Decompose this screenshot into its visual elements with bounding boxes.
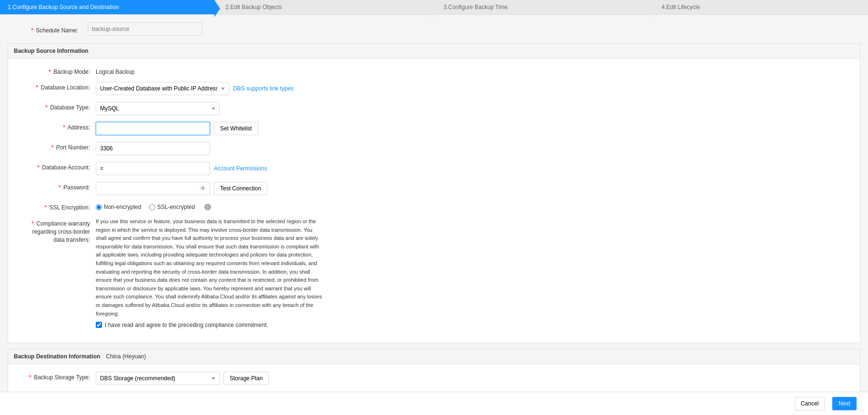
- address-input[interactable]: [96, 122, 210, 135]
- ssl-non-encrypted-radio[interactable]: [96, 204, 102, 210]
- password-input[interactable]: [96, 182, 210, 195]
- next-button[interactable]: Next: [832, 397, 857, 410]
- schedule-name-label: * Schedule Name:: [8, 25, 84, 34]
- port-number-row: * Port Number:: [20, 142, 848, 155]
- eye-icon[interactable]: 👁: [200, 185, 206, 192]
- database-account-label: * Database Account:: [20, 162, 96, 171]
- wizard-step-3-label: 3.Configure Backup Time: [444, 4, 508, 10]
- set-whitelist-button[interactable]: Set Whitelist: [214, 122, 258, 135]
- address-row: * Address: Set Whitelist: [20, 122, 848, 135]
- password-wrapper: 👁: [96, 182, 210, 195]
- password-row: * Password: 👁 Test Connection: [20, 182, 848, 195]
- required-star: *: [31, 27, 33, 34]
- test-connection-button[interactable]: Test Connection: [214, 182, 267, 195]
- backup-storage-type-row: * Backup Storage Type: DBS Storage (reco…: [20, 372, 848, 385]
- account-permissions-link[interactable]: Account Permissions: [214, 165, 267, 172]
- password-label: * Password:: [20, 182, 96, 191]
- ssl-encryption-label: * SSL Encryption:: [20, 202, 96, 211]
- storage-plan-button[interactable]: Storage Plan: [223, 372, 269, 385]
- ssl-non-encrypted-option[interactable]: Non-encrypted: [96, 204, 141, 210]
- database-type-label: * Database Type:: [20, 102, 96, 111]
- compliance-checkbox-row: I have read and agree to the preceding c…: [96, 322, 268, 328]
- backup-storage-type-select[interactable]: DBS Storage (recommended): [96, 372, 220, 385]
- database-location-row: * Database Location: User-Created Databa…: [20, 82, 848, 95]
- database-location-select[interactable]: User-Created Database with Public IP Add…: [96, 82, 229, 95]
- compliance-checkbox[interactable]: [96, 322, 102, 328]
- wizard-step-4-label: 4.Edit Lifecycle: [662, 4, 700, 10]
- compliance-label: * Compliance warranty regarding cross-bo…: [20, 217, 96, 244]
- backup-source-header: Backup Source Information: [8, 44, 860, 59]
- destination-region: China (Heyuan): [106, 353, 146, 360]
- backup-mode-label: * Backup Mode:: [20, 66, 96, 75]
- wizard-step-1[interactable]: 1.Configure Backup Source and Destinatio…: [0, 0, 214, 14]
- address-label: * Address:: [20, 122, 96, 131]
- wizard-steps: 1.Configure Backup Source and Destinatio…: [0, 0, 868, 15]
- database-type-select[interactable]: MySQL: [96, 102, 220, 115]
- compliance-checkbox-label: I have read and agree to the preceding c…: [105, 322, 268, 328]
- cancel-button[interactable]: Cancel: [795, 397, 825, 410]
- wizard-step-1-label: 1.Configure Backup Source and Destinatio…: [8, 4, 119, 10]
- schedule-name-input[interactable]: [88, 22, 202, 36]
- ssl-info-icon[interactable]: i: [204, 204, 211, 210]
- wizard-step-2-label: 2.Edit Backup Objects: [226, 4, 282, 10]
- dbs-link-types[interactable]: DBS supports link types: [233, 85, 293, 92]
- ssl-radio-group: Non-encrypted SSL-encrypted i: [96, 202, 211, 210]
- schedule-name-row: * Schedule Name:: [8, 22, 860, 36]
- backup-source-panel: Backup Source Information * Backup Mode:…: [8, 43, 860, 343]
- backup-source-body: * Backup Mode: Logical Backup * Database…: [8, 59, 860, 343]
- bottom-bar: Cancel Next: [0, 392, 868, 415]
- wizard-step-3[interactable]: 3.Configure Backup Time: [432, 0, 650, 14]
- ssl-encrypted-option[interactable]: SSL-encrypted: [149, 204, 195, 210]
- backup-mode-value: Logical Backup: [96, 66, 134, 75]
- wizard-step-4[interactable]: 4.Edit Lifecycle: [650, 0, 868, 14]
- backup-destination-header: Backup Destination Information China (He…: [8, 349, 860, 364]
- database-location-label: * Database Location:: [20, 82, 96, 91]
- database-account-row: * Database Account: Account Permissions: [20, 162, 848, 175]
- database-account-input[interactable]: [96, 162, 210, 175]
- wizard-step-2[interactable]: 2.Edit Backup Objects: [214, 0, 433, 14]
- port-number-input[interactable]: [96, 142, 210, 155]
- ssl-encrypted-radio[interactable]: [149, 204, 155, 210]
- compliance-text: If you use this service or feature, your…: [96, 217, 324, 318]
- compliance-row: * Compliance warranty regarding cross-bo…: [20, 217, 848, 328]
- port-number-label: * Port Number:: [20, 142, 96, 151]
- ssl-encryption-row: * SSL Encryption: Non-encrypted SSL-encr…: [20, 202, 848, 211]
- main-content: * Schedule Name: Backup Source Informati…: [0, 15, 868, 415]
- database-type-row: * Database Type: MySQL: [20, 102, 848, 115]
- backup-storage-type-label: * Backup Storage Type:: [20, 372, 96, 381]
- backup-mode-row: * Backup Mode: Logical Backup: [20, 66, 848, 75]
